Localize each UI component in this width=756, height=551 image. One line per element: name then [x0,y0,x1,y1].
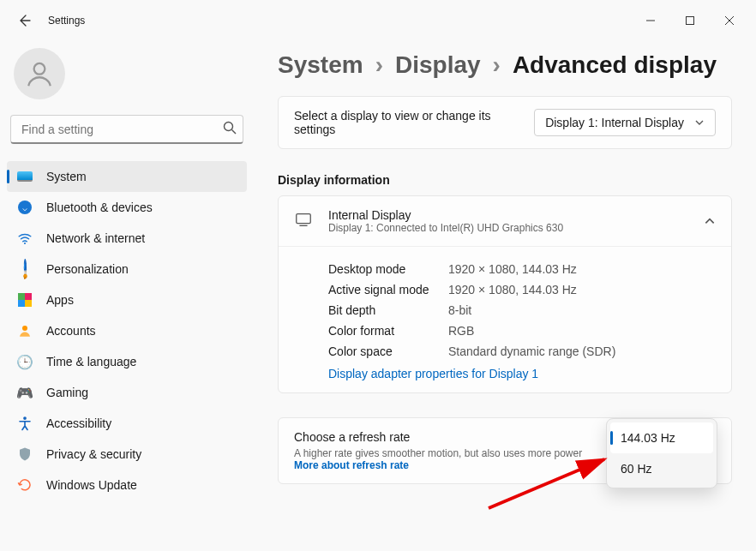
svg-rect-1 [687,17,694,25]
nav-label: Time & language [46,355,136,368]
back-button[interactable] [7,5,41,36]
nav-accessibility[interactable]: Accessibility [7,408,247,439]
window-title: Settings [48,15,85,27]
svg-point-9 [23,416,27,420]
display-info-card: Internal Display Display 1: Connected to… [278,195,732,393]
accessibility-icon [17,416,33,431]
display-name: Internal Display [328,208,688,222]
nav-label: Apps [46,293,74,307]
chevron-right-icon: › [493,51,501,79]
svg-point-7 [24,243,26,244]
nav-gaming[interactable]: 🎮Gaming [7,377,247,408]
refresh-rate-flyout: 144.03 Hz 60 Hz [606,418,717,488]
display-selector-value: Display 1: Internal Display [545,116,684,129]
nav-accounts[interactable]: Accounts [7,315,247,346]
display-info-heading: Display information [278,173,732,187]
back-arrow-icon [17,14,31,27]
accounts-icon [17,323,33,338]
nav-label: Gaming [46,386,88,399]
refresh-more-link[interactable]: More about refresh rate [294,459,582,471]
svg-point-5 [225,123,233,131]
refresh-rate-card: Choose a refresh rate A higher rate give… [278,417,732,484]
nav-bluetooth[interactable]: ⌵Bluetooth & devices [7,192,247,223]
close-button[interactable] [710,7,749,34]
monitor-icon [294,210,313,232]
svg-rect-10 [297,214,311,224]
nav-network[interactable]: Network & internet [7,223,247,254]
nav-label: Privacy & security [46,447,141,461]
info-row: Desktop mode1920 × 1080, 144.03 Hz [328,259,716,279]
brush-icon: 🖌️ [14,258,35,279]
select-display-prompt: Select a display to view or change its s… [294,109,517,136]
breadcrumb: System › Display › Advanced display [278,51,732,79]
settings-search-input[interactable] [10,115,243,144]
crumb-display[interactable]: Display [395,51,481,79]
nav-label: Accounts [46,324,96,338]
nav-label: System [46,170,87,183]
refresh-desc: A higher rate gives smoother motion, but… [294,447,582,459]
maximize-button[interactable] [670,7,710,34]
nav-personalization[interactable]: 🖌️Personalization [7,254,247,284]
refresh-option-144[interactable]: 144.03 Hz [610,422,713,453]
refresh-option-60[interactable]: 60 Hz [610,453,713,484]
nav-label: Windows Update [46,478,137,492]
display-info-expander[interactable]: Internal Display Display 1: Connected to… [279,196,731,247]
nav-time-language[interactable]: 🕒Time & language [7,346,247,377]
user-avatar[interactable] [14,48,65,99]
clock-globe-icon: 🕒 [17,354,33,369]
chevron-right-icon: › [375,51,383,79]
nav-label: Personalization [46,262,129,276]
nav-windows-update[interactable]: Windows Update [7,470,247,500]
person-icon [25,59,54,88]
chevron-up-icon [704,215,716,227]
update-icon [17,477,33,493]
info-row: Color spaceStandard dynamic range (SDR) [328,341,716,362]
wifi-icon [17,231,33,246]
gaming-icon: 🎮 [17,385,33,400]
info-row: Color formatRGB [328,320,716,341]
page-title: Advanced display [513,51,717,79]
svg-point-4 [34,63,45,75]
bluetooth-icon: ⌵ [17,200,33,215]
chevron-down-icon [694,117,705,128]
display-connection: Display 1: Connected to Intel(R) UHD Gra… [328,222,688,234]
svg-line-6 [232,130,237,135]
nav-privacy[interactable]: Privacy & security [7,439,247,470]
select-display-card: Select a display to view or change its s… [278,96,732,149]
adapter-properties-link[interactable]: Display adapter properties for Display 1 [328,362,716,380]
svg-point-8 [22,326,27,331]
shield-icon [17,446,33,462]
settings-nav: System ⌵Bluetooth & devices Network & in… [7,161,247,500]
display-selector-dropdown[interactable]: Display 1: Internal Display [534,109,716,136]
system-icon [17,169,33,184]
info-row: Active signal mode1920 × 1080, 144.03 Hz [328,279,716,300]
nav-label: Network & internet [46,231,145,245]
apps-icon [17,292,33,308]
nav-label: Bluetooth & devices [46,201,153,214]
info-row: Bit depth8-bit [328,300,716,320]
crumb-system[interactable]: System [278,51,363,79]
nav-system[interactable]: System [7,161,247,192]
close-icon [725,16,734,25]
search-icon [223,121,237,138]
nav-apps[interactable]: Apps [7,284,247,315]
refresh-title: Choose a refresh rate [294,430,582,444]
maximize-icon [686,16,694,25]
minimize-icon [646,16,655,25]
minimize-button[interactable] [631,7,670,34]
nav-label: Accessibility [46,416,111,430]
